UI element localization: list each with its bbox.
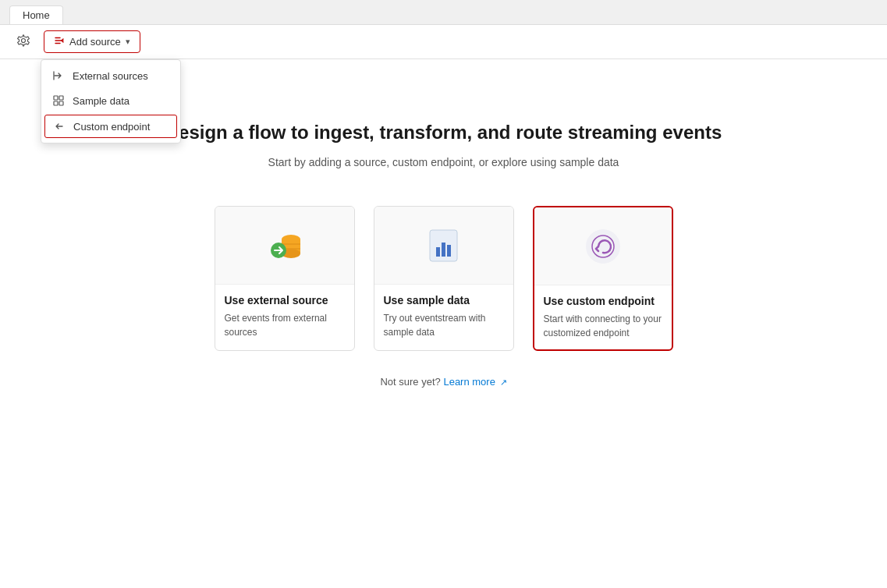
svg-rect-13 bbox=[447, 245, 451, 257]
dropdown-item-custom-endpoint[interactable]: Custom endpoint bbox=[44, 115, 177, 138]
card-external-source-title: Use external source bbox=[225, 294, 345, 306]
card-sample-data-desc: Try out eventstream with sample data bbox=[384, 311, 504, 339]
svg-rect-2 bbox=[54, 101, 58, 105]
custom-endpoint-icon bbox=[53, 120, 66, 133]
svg-rect-0 bbox=[54, 96, 58, 100]
toolbar: Add source ▾ External sources bbox=[0, 25, 887, 59]
gear-icon bbox=[16, 34, 30, 51]
dropdown-item-external-sources[interactable]: External sources bbox=[41, 63, 180, 88]
svg-rect-3 bbox=[59, 101, 63, 105]
dropdown-label-custom-endpoint: Custom endpoint bbox=[73, 121, 150, 133]
dropdown-label-sample-data: Sample data bbox=[73, 95, 130, 107]
learn-more-link[interactable]: Learn more ↗ bbox=[443, 376, 506, 388]
tab-bar: Home bbox=[0, 0, 887, 25]
main-subtitle: Start by adding a source, custom endpoin… bbox=[268, 156, 619, 168]
dropdown-arrow-icon: ▾ bbox=[126, 37, 130, 47]
card-custom-endpoint[interactable]: Use custom endpoint Start with connectin… bbox=[533, 206, 673, 351]
cards-row: Use external source Get events from exte… bbox=[215, 206, 673, 351]
main-title: Design a flow to ingest, transform, and … bbox=[165, 122, 722, 143]
learn-more-label: Learn more bbox=[443, 376, 495, 388]
svg-rect-11 bbox=[436, 247, 440, 257]
dropdown-item-sample-data[interactable]: Sample data bbox=[41, 88, 180, 113]
card-sample-data-body: Use sample data Try out eventstream with… bbox=[374, 285, 513, 349]
svg-rect-1 bbox=[59, 96, 63, 100]
learn-more-row: Not sure yet? Learn more ↗ bbox=[380, 376, 506, 388]
card-external-source[interactable]: Use external source Get events from exte… bbox=[215, 206, 355, 351]
sample-data-icon bbox=[52, 94, 65, 107]
add-source-icon bbox=[54, 35, 65, 48]
card-custom-endpoint-icon-area bbox=[534, 207, 672, 285]
external-sources-icon bbox=[52, 69, 65, 82]
card-custom-endpoint-body: Use custom endpoint Start with connectin… bbox=[534, 285, 672, 349]
card-sample-data[interactable]: Use sample data Try out eventstream with… bbox=[374, 206, 514, 351]
dropdown-label-external-sources: External sources bbox=[73, 70, 148, 82]
custom-endpoint-illustration bbox=[580, 223, 626, 270]
gear-button[interactable] bbox=[9, 28, 37, 56]
card-external-source-desc: Get events from external sources bbox=[225, 311, 345, 339]
add-source-label: Add source bbox=[69, 36, 121, 48]
not-sure-text: Not sure yet? bbox=[380, 376, 440, 388]
dropdown-menu: External sources Sample data Custom end bbox=[41, 59, 181, 143]
card-sample-data-icon-area bbox=[374, 207, 513, 285]
external-link-icon: ↗ bbox=[500, 377, 507, 387]
card-sample-data-title: Use sample data bbox=[384, 294, 504, 306]
add-source-button[interactable]: Add source ▾ bbox=[44, 30, 140, 53]
card-custom-endpoint-desc: Start with connecting to your customized… bbox=[544, 312, 662, 340]
sample-data-illustration bbox=[422, 224, 465, 267]
card-external-source-body: Use external source Get events from exte… bbox=[215, 285, 354, 349]
external-source-illustration bbox=[261, 222, 308, 269]
card-external-source-icon-area bbox=[215, 207, 354, 285]
card-custom-endpoint-title: Use custom endpoint bbox=[544, 295, 662, 307]
svg-rect-12 bbox=[442, 243, 445, 257]
tab-home[interactable]: Home bbox=[9, 5, 63, 24]
